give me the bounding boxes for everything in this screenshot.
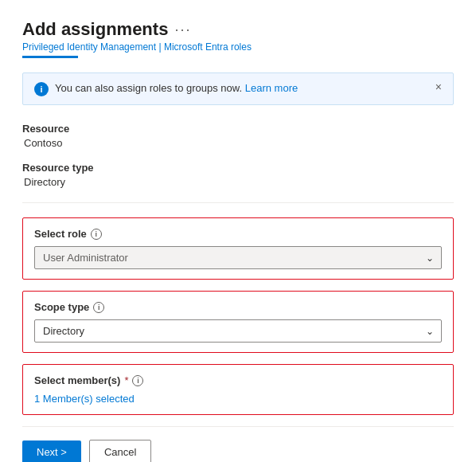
footer-divider (22, 426, 454, 427)
scope-type-section: Scope type i Directory Administrative Un… (22, 291, 454, 353)
next-button[interactable]: Next > (22, 440, 81, 462)
resource-label: Resource (22, 123, 454, 135)
scope-type-label: Scope type (34, 301, 89, 313)
learn-more-link[interactable]: Learn more (245, 82, 298, 94)
select-role-label: Select role (34, 228, 87, 240)
select-members-section: Select member(s) * i 1 Member(s) selecte… (22, 364, 454, 415)
resource-type-field: Resource type Directory (22, 162, 454, 188)
info-banner-close-button[interactable]: × (435, 81, 442, 92)
cancel-button[interactable]: Cancel (89, 440, 151, 462)
section-divider-1 (22, 202, 454, 203)
scope-type-dropdown[interactable]: Directory Administrative Unit (34, 319, 442, 343)
members-selected-text[interactable]: 1 Member(s) selected (34, 393, 442, 405)
select-members-info-icon: i (132, 375, 143, 386)
footer-buttons: Next > Cancel (22, 440, 454, 462)
resource-type-value: Directory (22, 176, 454, 188)
scope-type-wrapper: Directory Administrative Unit ⌄ (34, 319, 442, 343)
info-circle-icon: i (34, 82, 49, 96)
select-role-info-icon: i (91, 229, 102, 240)
page-title-row: Add assignments ··· (22, 19, 454, 40)
select-members-label: Select member(s) (34, 374, 120, 386)
scope-type-info-icon: i (93, 302, 104, 313)
resource-type-label: Resource type (22, 162, 454, 174)
required-star: * (124, 374, 128, 386)
breadcrumb: Privileged Identity Management | Microso… (22, 41, 454, 53)
select-role-wrapper: User Administrator Global Administrator … (34, 246, 442, 269)
info-banner-text: You can also assign roles to groups now.… (55, 81, 298, 96)
select-role-section: Select role i User Administrator Global … (22, 217, 454, 280)
more-options-icon[interactable]: ··· (174, 22, 191, 38)
info-banner: i You can also assign roles to groups no… (22, 72, 454, 105)
select-role-dropdown[interactable]: User Administrator Global Administrator … (34, 246, 442, 269)
resource-value: Contoso (22, 137, 454, 149)
title-underline (22, 56, 78, 58)
resource-field: Resource Contoso (22, 123, 454, 149)
page-title: Add assignments (22, 19, 168, 40)
